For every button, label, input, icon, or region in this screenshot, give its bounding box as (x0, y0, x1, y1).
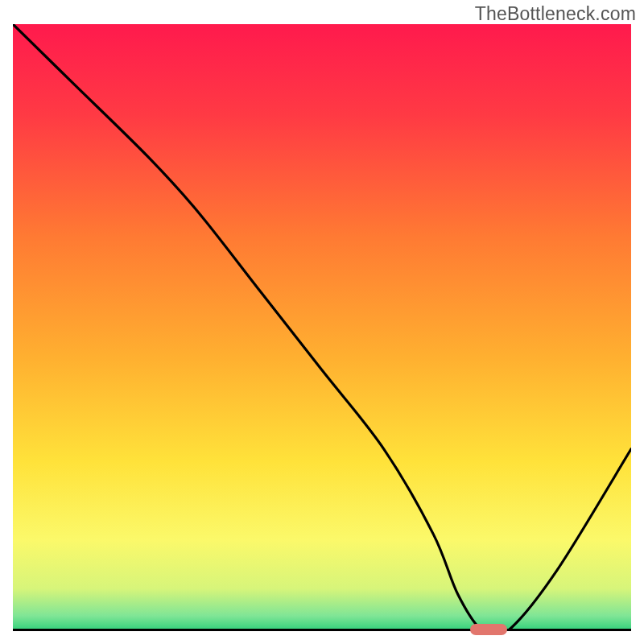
optimal-range-marker (470, 624, 507, 635)
x-axis (13, 629, 631, 631)
chart-canvas: TheBottleneck.com (0, 0, 644, 644)
watermark-text: TheBottleneck.com (475, 3, 636, 25)
plot-area (13, 24, 631, 631)
plot-svg (13, 24, 631, 631)
